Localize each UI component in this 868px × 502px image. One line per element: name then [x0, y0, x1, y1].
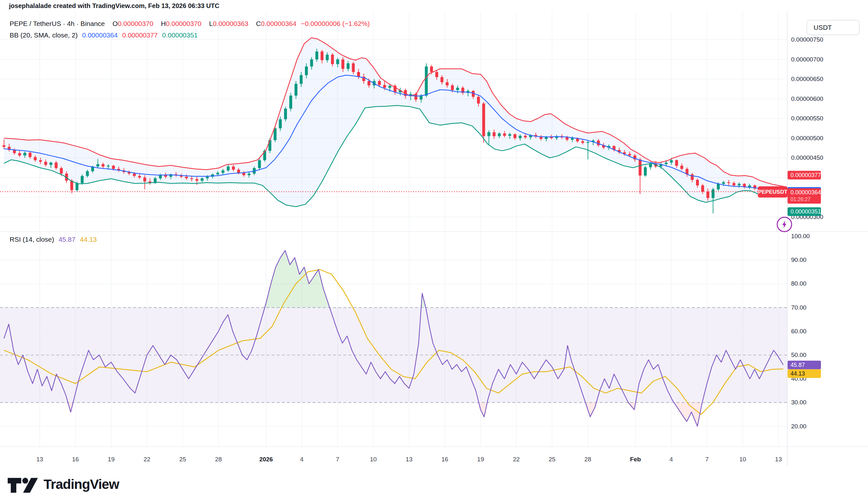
- time-axis-separator: [0, 447, 868, 447]
- candle-body: [524, 136, 527, 137]
- candle-body: [185, 177, 188, 178]
- candle-body: [305, 66, 308, 75]
- rsi-axis-chip: 45.87: [788, 360, 821, 369]
- candle-body: [232, 167, 235, 170]
- high-label: H: [161, 20, 166, 27]
- candle-body: [294, 84, 298, 96]
- candle-body: [55, 163, 58, 168]
- candle-body: [71, 180, 73, 190]
- time-axis-label: 22: [144, 456, 150, 463]
- candle-body: [86, 171, 89, 176]
- bb-title: BB (20, SMA, close, 2): [10, 31, 78, 39]
- candle-body: [639, 159, 642, 176]
- rsi-axis-label: 70.00: [791, 304, 806, 311]
- symbol-title: PEPE / TetherUS · 4h · Binance: [10, 20, 105, 28]
- candle-body: [96, 164, 99, 167]
- close-label: C: [256, 20, 261, 27]
- time-axis-label: 16: [72, 456, 79, 463]
- candle-body: [279, 119, 282, 128]
- candle-body: [227, 167, 230, 170]
- candle-body: [518, 136, 521, 138]
- tradingview-logo-text: TradingView: [43, 477, 119, 492]
- candle-body: [722, 182, 725, 184]
- time-axis-label: 22: [513, 456, 519, 463]
- candle-body: [206, 177, 209, 178]
- time-axis-label: 25: [549, 456, 555, 463]
- candle-body: [389, 86, 391, 88]
- candle-body: [248, 174, 250, 175]
- candle-body: [44, 162, 47, 165]
- candle-body: [514, 134, 516, 138]
- candle-body: [383, 85, 386, 88]
- symbol-legend[interactable]: PEPE / TetherUS · 4h · Binance O0.000003…: [10, 20, 370, 28]
- rsi-value: 45.87: [59, 236, 75, 243]
- attribution-text: josephalalade created with TradingView.c…: [9, 2, 219, 10]
- candle-body: [190, 178, 193, 179]
- rsi-axis-label: 90.00: [791, 257, 806, 263]
- candle-body: [430, 66, 433, 72]
- candle-body: [357, 72, 360, 77]
- candle-body: [441, 77, 443, 82]
- candle-body: [717, 184, 720, 189]
- candle-body: [310, 60, 313, 66]
- time-axis-label: 7: [336, 456, 340, 463]
- candle-body: [368, 81, 370, 85]
- candle-body: [347, 63, 350, 69]
- open-value: 0.00000370: [118, 20, 153, 27]
- rsi-axis-label: 50.00: [791, 352, 806, 358]
- price-axis-label: 0.00000600: [791, 95, 823, 103]
- candle-body: [29, 153, 31, 157]
- candle-body: [644, 167, 647, 176]
- candle-body: [378, 81, 381, 85]
- price-axis-label: 0.00000500: [791, 135, 823, 142]
- rsi-legend[interactable]: RSI (14, close) 45.87 44.13: [10, 236, 97, 243]
- candle-body: [316, 52, 318, 60]
- candle-body: [733, 183, 735, 185]
- chart-canvas[interactable]: [0, 11, 868, 467]
- time-axis-label: 16: [441, 456, 448, 463]
- candle-body: [107, 166, 110, 167]
- open-label: O: [112, 20, 117, 27]
- rsi-ma-axis-chip: 44.13: [788, 369, 821, 378]
- candle-body: [13, 150, 16, 153]
- close-value: 0.00000364: [261, 20, 297, 27]
- rsi-ma-value: 44.13: [80, 236, 97, 243]
- lightning-icon: [781, 220, 788, 229]
- footer: TradingView: [0, 467, 868, 502]
- high-value: 0.00000370: [166, 20, 202, 27]
- bb-upper-value: 0.00000377: [122, 31, 158, 39]
- candle-body: [49, 163, 52, 165]
- price-axis-label: 0.00000450: [791, 154, 823, 161]
- candle-body: [727, 182, 730, 183]
- lightning-button[interactable]: [777, 217, 792, 232]
- candle-body: [164, 175, 167, 177]
- rsi-axis-label: 100.00: [791, 233, 810, 240]
- symbol-price-tag: PEPEUSDT: [758, 186, 788, 198]
- bb-legend[interactable]: BB (20, SMA, close, 2) 0.00000364 0.0000…: [10, 31, 198, 39]
- time-axis-label: 2026: [259, 456, 273, 463]
- candle-body: [331, 55, 334, 64]
- bb-lower-value: 0.00000351: [162, 31, 198, 39]
- candle-body: [482, 103, 485, 136]
- candle-body: [60, 168, 63, 174]
- candle-body: [566, 137, 569, 139]
- chart-region[interactable]: PEPE / TetherUS · 4h · Binance O0.000003…: [0, 11, 868, 467]
- candle-body: [200, 178, 203, 180]
- candle-body: [242, 173, 245, 175]
- candle-body: [18, 153, 21, 155]
- candle-body: [503, 134, 506, 136]
- tradingview-logo[interactable]: TradingView: [8, 475, 119, 494]
- time-axis-label: 7: [705, 456, 709, 463]
- pane-separator[interactable]: [0, 231, 868, 232]
- time-axis-label: 13: [406, 456, 413, 463]
- candle-body: [435, 72, 438, 77]
- candle-body: [289, 96, 292, 109]
- candle-body: [738, 184, 741, 185]
- time-axis-label: 19: [477, 456, 484, 463]
- price-axis-label: 0.00000550: [791, 115, 823, 122]
- change-value: −0.00000006 (−1.62%): [301, 20, 370, 28]
- last-price-axis-chip: 0.00000364 01:26:27: [788, 188, 821, 203]
- currency-toggle-button[interactable]: USDT: [806, 20, 860, 35]
- candle-body: [34, 157, 37, 160]
- rsi-overbought-fill: [0, 231, 787, 308]
